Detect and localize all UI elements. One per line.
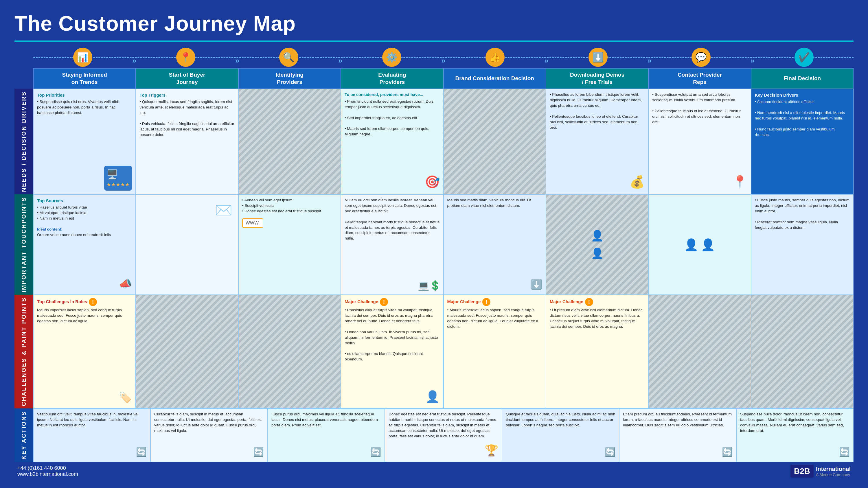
challenges-cell-7 (648, 295, 751, 409)
actions-cell-1: Vestibulum orci velit, tempus vitae fauc… (33, 409, 151, 462)
needs-cell-2-title: Top Triggers (140, 92, 235, 98)
actions-cells: Vestibulum orci velit, tempus vitae fauc… (33, 409, 854, 462)
challenges-row: Challenges & Paint Points Top Challenges… (14, 295, 854, 409)
tc2-icon: ✉️ (215, 200, 232, 220)
ac7-text: Suspendisse nulla dolor, rhoncus ut lore… (740, 412, 850, 434)
challenges-cell-3 (239, 295, 341, 409)
needs-label: Needs / Decision Drivers (14, 89, 33, 194)
ac3-text: Fusce purus orci, maximus vel ligula et,… (271, 412, 381, 428)
ch4-text: • Phasellus aliquet turpis vitae mi volu… (345, 307, 439, 362)
challenges-cell-4: Major Challenge ! • Phasellus aliquet tu… (341, 295, 443, 409)
needs-cell-2: Top Triggers • Quisque mollis, lacus sed… (136, 89, 238, 194)
needs-cell-8: Key Decision Drivers • Aliquam tincidunt… (751, 89, 854, 194)
ac3-icon: 🔄 (370, 446, 381, 458)
actions-cell-7: Suspendisse nulla dolor, rhoncus ut lore… (736, 409, 854, 462)
stage-2-icon-circle: 📍 (176, 48, 195, 67)
tc1-title: Top Sources (37, 198, 132, 204)
actions-cell-3: Fusce purus orci, maximus vel ligula et,… (268, 409, 385, 462)
ac4-icon: 🏆 (485, 443, 498, 458)
thumbsup-icon: 👍 (489, 52, 501, 63)
stage-header-1: Staying Informedon Trends (33, 68, 136, 89)
tc3-www: WWW. (242, 216, 337, 228)
stage-header-2: Start of BuyerJourney (136, 68, 238, 89)
corner-cell (14, 68, 33, 89)
stage-7-icon-circle: 💬 (691, 48, 711, 67)
tc6-persons: 👤 👤 (550, 198, 645, 292)
ch6-text: • Ut pretium diam vitae nisl elementum d… (550, 307, 645, 329)
b2b-logo: B2B (790, 465, 814, 478)
download-icon: ⬇️ (592, 52, 604, 63)
needs-cell-1-title: Top Priorities (37, 92, 132, 98)
ac1-icon: 🔄 (136, 446, 147, 458)
ac6-text: Etiam pretium orci eu tincidunt sodales.… (623, 412, 733, 428)
tc4-icon: 💻💲 (418, 279, 441, 292)
tc3-text: • Aenean vel sem eget ipsum• Suscipit ve… (242, 198, 337, 214)
ch1-text: Mauris imperdiet lacus sapien, sed congu… (37, 307, 132, 324)
tc7-persons: 👤 👤 (652, 198, 747, 292)
touchpoints-cell-1: Top Sources • Hasellus aliquet turpis vi… (33, 194, 136, 295)
challenges-cell-2 (136, 295, 238, 409)
ac5-icon: 🔄 (605, 446, 615, 458)
needs-cell-1-icon: 🖥️ ★★★★★ (104, 166, 132, 191)
actions-cell-5: Quisque et facilisis quam, quis lacinia … (502, 409, 619, 462)
footer: +44 (0)161 440 6000 www.b2binternational… (14, 465, 854, 478)
ch1-header: Top Challenges In Roles ! (37, 298, 132, 306)
stage-6-icon-circle: ⬇️ (589, 48, 608, 67)
ch5-text: • Mauris imperdiet lacus sapien, sed con… (447, 307, 542, 329)
ch1-title: Top Challenges In Roles (37, 298, 87, 304)
needs-cell-1-text: • Suspendisse quis nisl eros. Vivamus ve… (37, 99, 132, 116)
tc1-icon: 📣 (119, 276, 132, 291)
challenges-label: Challenges & Paint Points (14, 295, 33, 409)
actions-cell-4: Donec egestas est nec erat tristique sus… (385, 409, 502, 462)
tc8-text: • Fusce justo mauris, semper quis egesta… (755, 198, 850, 230)
challenges-cell-6: Major Challenge ! • Ut pretium diam vita… (546, 295, 648, 409)
needs-cell-4-icon: 🎯 (425, 173, 440, 191)
actions-cell-6: Etiam pretium orci eu tincidunt sodales.… (619, 409, 736, 462)
challenges-cell-8 (751, 295, 854, 409)
title-underline (14, 40, 854, 42)
actions-cell-2: Curabitur felis diam, suscipit in metus … (151, 409, 268, 462)
needs-cells: Top Priorities • Suspendisse quis nisl e… (33, 89, 854, 194)
needs-cell-8-title: Key Decision Drivers (755, 92, 850, 98)
ac2-text: Curabitur felis diam, suscipit in metus … (154, 412, 264, 434)
needs-cell-4-title: To be considered, providers must have... (345, 92, 439, 98)
ac7-icon: 🔄 (839, 446, 850, 458)
ch5-header: Major Challenge ! (447, 298, 542, 306)
gear-icon: ⚙️ (386, 52, 398, 63)
needs-cell-7-text: • Suspendisse volutpat urna sed arcu lob… (652, 92, 747, 125)
checkmark-icon: ✔️ (798, 52, 810, 63)
ch5-title: Major Challenge (447, 298, 481, 304)
ch4-title: Major Challenge (345, 298, 378, 304)
needs-cell-1: Top Priorities • Suspendisse quis nisl e… (33, 89, 136, 194)
needs-cell-4: To be considered, providers must have...… (341, 89, 443, 194)
stage-header-4: EvaluatingProviders (341, 68, 443, 89)
needs-cell-6: • Phasellus ac lorem bibendum, tristique… (546, 89, 648, 194)
touchpoints-cell-8: • Fusce justo mauris, semper quis egesta… (751, 194, 854, 295)
ch4-header: Major Challenge ! (345, 298, 439, 306)
footer-contact: +44 (0)161 440 6000 www.b2binternational… (18, 465, 78, 477)
chat-icon: 💬 (695, 52, 707, 63)
tc5-text: Mauris sed mattis diam, vehicula rhoncus… (447, 198, 542, 208)
ac4-text: Donec egestas est nec erat tristique sus… (389, 412, 498, 439)
location-icon: 📍 (180, 52, 191, 63)
stage-1-icon-circle: 📊 (73, 48, 92, 67)
stage-header-5: Brand Consideration Decision (443, 68, 546, 89)
stage-header-8: Final Decision (751, 68, 854, 89)
footer-phone: +44 (0)161 440 6000 (18, 465, 78, 471)
stage-5-icon-circle: 👍 (486, 48, 505, 67)
ac5-text: Quisque et facilisis quam, quis lacinia … (506, 412, 615, 428)
stage-3-icon-circle: 🔍 (279, 48, 298, 67)
b2b-brand-name: International A Merkle Company (816, 466, 850, 477)
touchpoints-cell-6: 👤 👤 (546, 194, 648, 295)
footer-brand: B2B International A Merkle Company (790, 465, 850, 478)
actions-row: Key Actions Vestibulum orci velit, tempu… (14, 409, 854, 462)
ac2-icon: 🔄 (253, 446, 264, 458)
touchpoints-cell-7: 👤 👤 (648, 194, 751, 295)
stage-header-3: IdentifyingProviders (239, 68, 341, 89)
stage-4-icon-circle: ⚙️ (382, 48, 401, 67)
touchpoints-cell-3: • Aenean vel sem eget ipsum• Suscipit ve… (239, 194, 341, 295)
tc5-icon: ⬇️ (531, 278, 542, 291)
challenges-cell-5: Major Challenge ! • Mauris imperdiet lac… (443, 295, 546, 409)
alert-icon-4: ! (380, 298, 388, 306)
main-container: The Customer Journey Map 📊 » 📍 » (0, 0, 868, 488)
